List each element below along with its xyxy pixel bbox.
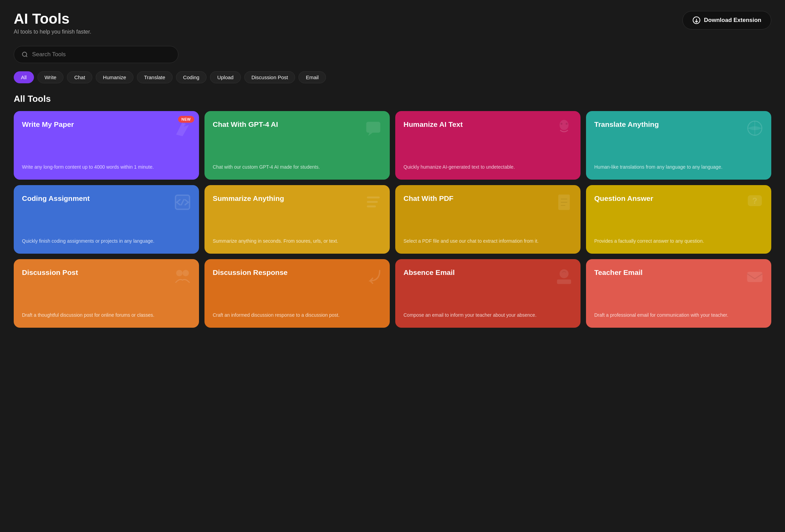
tool-card-coding[interactable]: Coding Assignment Quickly finish coding … <box>14 185 199 254</box>
filter-tab-upload[interactable]: Upload <box>210 71 241 83</box>
tool-title: Discussion Response <box>213 268 331 277</box>
tool-description: Compose an email to inform your teacher … <box>403 312 572 319</box>
tool-card-translate[interactable]: Translate Anything Human-like translatio… <box>586 111 771 180</box>
all-tools-heading: All Tools <box>14 94 771 104</box>
tool-title: Write My Paper <box>22 120 140 129</box>
tool-description: Quickly humanize AI-generated text to un… <box>403 164 572 171</box>
tool-card-teacher-email[interactable]: Teacher Email Draft a professional email… <box>586 259 771 328</box>
tool-title: Teacher Email <box>594 268 712 277</box>
filter-tab-coding[interactable]: Coding <box>176 71 207 83</box>
download-icon <box>692 16 701 24</box>
tool-card-write-my-paper[interactable]: NEW Write My Paper Write any long-form c… <box>14 111 199 180</box>
tool-icon-translate <box>745 119 764 141</box>
filter-tab-humanize[interactable]: Humanize <box>96 71 133 83</box>
tool-title: Absence Email <box>403 268 522 277</box>
tool-title: Chat With GPT-4 AI <box>213 120 331 129</box>
tool-card-discussion-response[interactable]: Discussion Response Craft an informed di… <box>204 259 390 328</box>
svg-point-19 <box>560 269 569 278</box>
tool-title: Chat With PDF <box>403 194 522 203</box>
svg-text:?: ? <box>752 196 758 205</box>
svg-point-17 <box>176 270 183 277</box>
tools-grid: NEW Write My Paper Write any long-form c… <box>14 111 771 328</box>
tool-description: Chat with our custom GPT-4 AI made for s… <box>213 164 382 171</box>
tool-icon-question-answer: ? <box>745 193 764 215</box>
tool-description: Quickly finish coding assignments or pro… <box>22 238 191 245</box>
filter-tab-translate[interactable]: Translate <box>137 71 173 83</box>
svg-point-2 <box>183 123 185 125</box>
tool-icon-chat-gpt4 <box>364 119 383 141</box>
tool-title: Translate Anything <box>594 120 712 129</box>
download-extension-button[interactable]: Download Extension <box>682 11 771 29</box>
tool-card-summarize[interactable]: Summarize Anything Summarize anything in… <box>204 185 390 254</box>
tool-description: Draft a professional email for communica… <box>594 312 763 319</box>
svg-point-1 <box>22 52 26 56</box>
filter-tab-all[interactable]: All <box>14 71 34 83</box>
filter-tab-write[interactable]: Write <box>37 71 64 83</box>
tool-icon-absence-email <box>554 267 574 289</box>
tool-icon-summarize <box>364 193 383 215</box>
tool-card-absence-email[interactable]: Absence Email Compose an email to inform… <box>395 259 581 328</box>
filter-tabs: AllWriteChatHumanizeTranslateCodingUploa… <box>14 71 771 83</box>
filter-tab-chat[interactable]: Chat <box>67 71 92 83</box>
tool-title: Coding Assignment <box>22 194 140 203</box>
svg-rect-13 <box>367 206 376 208</box>
svg-point-18 <box>183 270 189 277</box>
svg-rect-21 <box>747 272 763 282</box>
tool-description: Provides a factually correct answer to a… <box>594 238 763 245</box>
tool-card-question-answer[interactable]: Question Answer ? Provides a factually c… <box>586 185 771 254</box>
filter-tab-email[interactable]: Email <box>298 71 326 83</box>
svg-rect-12 <box>367 201 378 203</box>
new-badge: NEW <box>178 116 194 123</box>
tool-card-discussion-post[interactable]: Discussion Post Draft a thoughtful discu… <box>14 259 199 328</box>
search-icon <box>22 51 28 58</box>
svg-point-4 <box>560 120 569 130</box>
tool-icon-chat-pdf <box>554 193 574 215</box>
tool-title: Discussion Post <box>22 268 140 277</box>
svg-point-6 <box>566 123 568 125</box>
tool-description: Human-like translations from any languag… <box>594 164 763 171</box>
tool-description: Draft a thoughtful discussion post for o… <box>22 312 191 319</box>
tool-card-chat-gpt4[interactable]: Chat With GPT-4 AI Chat with our custom … <box>204 111 390 180</box>
tool-icon-humanize-text <box>554 119 574 141</box>
page-title: AI Tools <box>14 11 91 27</box>
tool-title: Question Answer <box>594 194 712 203</box>
tool-description: Summarize anything in seconds. From sour… <box>213 238 382 245</box>
tool-icon-discussion-response <box>364 267 383 289</box>
tool-icon-coding <box>173 193 192 215</box>
title-group: AI Tools AI tools to help you finish fas… <box>14 11 91 35</box>
page-subtitle: AI tools to help you finish faster. <box>14 29 91 35</box>
svg-point-5 <box>561 123 563 125</box>
svg-rect-11 <box>367 196 379 198</box>
tool-icon-discussion-post <box>173 267 192 289</box>
svg-rect-20 <box>557 280 571 284</box>
page-header: AI Tools AI tools to help you finish fas… <box>14 11 771 35</box>
tool-title: Summarize Anything <box>213 194 331 203</box>
tool-card-chat-pdf[interactable]: Chat With PDF Select a PDF file and use … <box>395 185 581 254</box>
tool-description: Select a PDF file and use our chat to ex… <box>403 238 572 245</box>
svg-rect-3 <box>366 122 380 133</box>
search-input[interactable] <box>32 51 171 58</box>
tool-icon-teacher-email <box>745 267 764 289</box>
search-bar[interactable] <box>14 46 178 63</box>
tool-title: Humanize AI Text <box>403 120 522 129</box>
filter-tab-discussion[interactable]: Discussion Post <box>244 71 295 83</box>
tool-description: Craft an informed discussion response to… <box>213 312 382 319</box>
tool-description: Write any long-form content up to 4000 w… <box>22 164 191 171</box>
tool-card-humanize-text[interactable]: Humanize AI Text Quickly humanize AI-gen… <box>395 111 581 180</box>
